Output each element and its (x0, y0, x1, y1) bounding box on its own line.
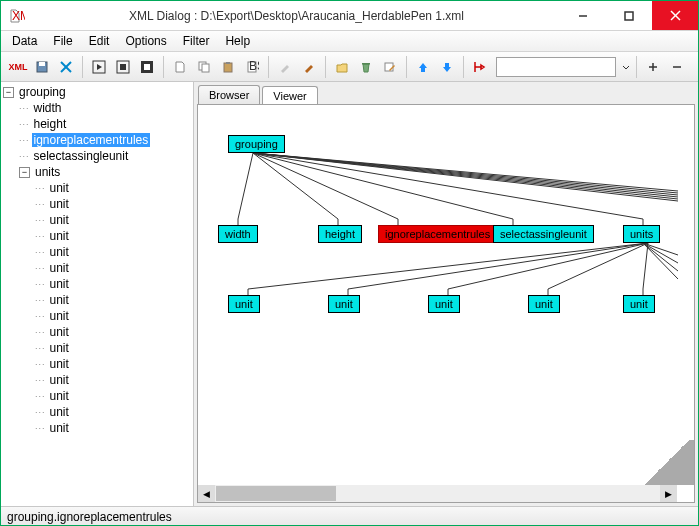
tree-branch-icon: ··· (19, 119, 30, 129)
tab-strip: Browser Viewer (194, 82, 698, 104)
tree-item[interactable]: ···unit (3, 180, 191, 196)
tree-branch-icon: ··· (35, 423, 46, 433)
arrow-down-icon[interactable] (436, 56, 458, 78)
tree-item-label: unit (48, 357, 71, 371)
tree-item[interactable]: ···unit (3, 404, 191, 420)
tree-root[interactable]: − grouping (3, 84, 191, 100)
tree-branch-icon: ··· (35, 215, 46, 225)
arrow-up-icon[interactable] (412, 56, 434, 78)
separator (163, 56, 164, 78)
tree-units-label: units (33, 165, 62, 179)
tree-item-label: width (32, 101, 64, 115)
svg-rect-13 (144, 64, 150, 70)
plus-icon[interactable] (642, 56, 664, 78)
collapse-minus-icon[interactable]: − (3, 87, 14, 98)
graph-canvas[interactable]: groupingwidthheightignoreplacementruless… (197, 104, 695, 503)
status-path: grouping.ignoreplacementrules (7, 510, 172, 524)
cursor-jump-icon[interactable] (469, 56, 491, 78)
tree-panel[interactable]: − grouping ···width···height···ignorepla… (1, 82, 194, 506)
menu-edit[interactable]: Edit (82, 32, 117, 50)
graph-node[interactable]: height (318, 225, 362, 243)
xml-button[interactable]: XML (7, 56, 29, 78)
menu-file[interactable]: File (46, 32, 79, 50)
tree-item[interactable]: ···unit (3, 276, 191, 292)
tree-item-label: unit (48, 389, 71, 403)
tree-item[interactable]: ···unit (3, 356, 191, 372)
expand-icon[interactable] (112, 56, 134, 78)
tree-item-label: unit (48, 325, 71, 339)
edit-list-icon[interactable] (379, 56, 401, 78)
graph-node[interactable]: width (218, 225, 258, 243)
page-icon[interactable]: BS (241, 56, 263, 78)
minus-icon[interactable] (666, 56, 688, 78)
tree-item[interactable]: ···unit (3, 420, 191, 436)
tree-item[interactable]: ···unit (3, 324, 191, 340)
tree-item[interactable]: ···unit (3, 260, 191, 276)
trash-icon[interactable] (355, 56, 377, 78)
collapse-minus-icon[interactable]: − (19, 167, 30, 178)
graph-node[interactable]: selectassingleunit (493, 225, 594, 243)
scroll-thumb[interactable] (216, 486, 336, 501)
play-icon[interactable] (88, 56, 110, 78)
svg-rect-21 (385, 63, 393, 71)
collapse-icon[interactable] (136, 56, 158, 78)
folder-icon[interactable] (331, 56, 353, 78)
tree-item[interactable]: ···unit (3, 292, 191, 308)
tree-item[interactable]: ···unit (3, 196, 191, 212)
tree-branch-icon: ··· (19, 103, 30, 113)
content-area: − grouping ···width···height···ignorepla… (1, 82, 698, 506)
graph-node[interactable]: unit (228, 295, 260, 313)
graph-node[interactable]: unit (528, 295, 560, 313)
minimize-button[interactable] (560, 1, 606, 30)
scroll-right-icon[interactable]: ▶ (660, 485, 677, 502)
save-icon[interactable] (31, 56, 53, 78)
tree-item[interactable]: ···unit (3, 212, 191, 228)
window-title: XML Dialog : D:\Export\Desktop\Araucania… (33, 9, 560, 23)
combo-dropdown-icon[interactable] (621, 58, 631, 76)
graph-node[interactable]: ignoreplacementrules (378, 225, 497, 243)
tree-item[interactable]: ···unit (3, 388, 191, 404)
copy-icon[interactable] (193, 56, 215, 78)
tree-item[interactable]: ···width (3, 100, 191, 116)
brush-dim-icon[interactable] (274, 56, 296, 78)
tree-item-label: unit (48, 341, 71, 355)
tree-item-label: unit (48, 277, 71, 291)
search-combo[interactable] (496, 57, 616, 77)
tree-item[interactable]: ···unit (3, 244, 191, 260)
brush-icon[interactable] (298, 56, 320, 78)
tree-item[interactable]: ···unit (3, 340, 191, 356)
svg-rect-6 (39, 62, 45, 66)
menu-data[interactable]: Data (5, 32, 44, 50)
graph-node[interactable]: grouping (228, 135, 285, 153)
paste-icon[interactable] (217, 56, 239, 78)
toolbar: XML BS (1, 52, 698, 82)
tab-browser[interactable]: Browser (198, 85, 260, 104)
menu-bar: Data File Edit Options Filter Help (1, 31, 698, 52)
graph-node[interactable]: unit (328, 295, 360, 313)
tree-item-label: unit (48, 293, 71, 307)
tree-item-label: selectassingleunit (32, 149, 131, 163)
scroll-left-icon[interactable]: ◀ (198, 485, 215, 502)
menu-help[interactable]: Help (218, 32, 257, 50)
tree-item[interactable]: ···unit (3, 228, 191, 244)
menu-filter[interactable]: Filter (176, 32, 217, 50)
maximize-button[interactable] (606, 1, 652, 30)
tree-item[interactable]: ···height (3, 116, 191, 132)
tree-item[interactable]: ···selectassingleunit (3, 148, 191, 164)
horizontal-scrollbar[interactable]: ◀ ▶ (198, 485, 677, 502)
new-doc-icon[interactable] (169, 56, 191, 78)
delete-icon[interactable] (55, 56, 77, 78)
tree-item[interactable]: ···ignoreplacementrules (3, 132, 191, 148)
graph-node[interactable]: units (623, 225, 660, 243)
graph-node[interactable]: unit (428, 295, 460, 313)
tree-item[interactable]: ···unit (3, 308, 191, 324)
separator (325, 56, 326, 78)
tree-units[interactable]: − units (3, 164, 191, 180)
graph-node[interactable]: unit (623, 295, 655, 313)
svg-rect-17 (226, 62, 230, 64)
tab-viewer[interactable]: Viewer (262, 86, 317, 105)
menu-options[interactable]: Options (118, 32, 173, 50)
close-button[interactable] (652, 1, 698, 30)
separator (406, 56, 407, 78)
tree-item[interactable]: ···unit (3, 372, 191, 388)
